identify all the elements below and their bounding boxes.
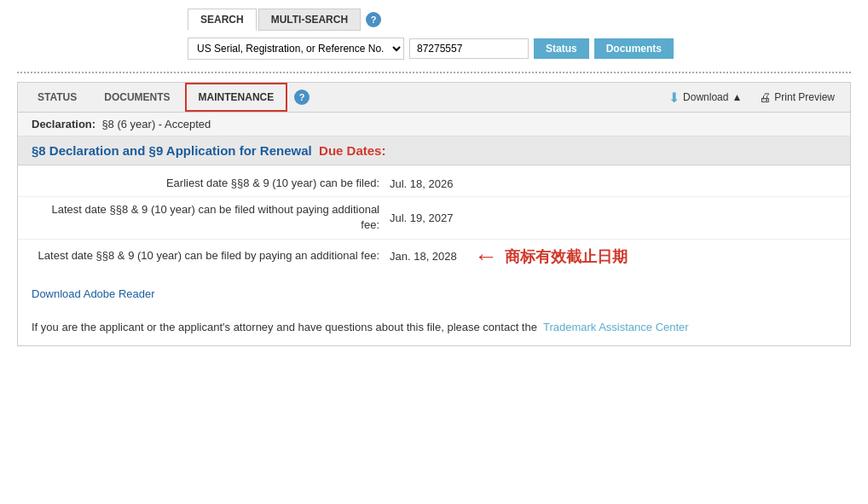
dates-row-2: Latest date §§8 & 9 (10 year) can be fil… <box>18 197 850 239</box>
red-arrow-icon: ← <box>474 245 498 269</box>
annotation-text: 商标有效截止日期 <box>505 246 628 267</box>
declaration-value: §8 (6 year) - Accepted <box>101 118 211 130</box>
separator <box>17 72 851 73</box>
dates-value-1: Jul. 18, 2026 <box>390 177 453 190</box>
dates-label-1: Earliest date §§8 & 9 (10 year) can be f… <box>32 176 390 191</box>
declaration-label: Declaration: <box>32 118 95 130</box>
dates-row-1: Earliest date §§8 & 9 (10 year) can be f… <box>18 171 850 197</box>
dates-label-3: Latest date §§8 & 9 (10 year) can be fil… <box>32 248 390 264</box>
status-button[interactable]: Status <box>534 38 589 59</box>
section-heading: §8 Declaration and §9 Application for Re… <box>18 136 850 165</box>
tab-bar: STATUS DOCUMENTS MAINTENANCE ? ⬇ Downloa… <box>18 83 850 113</box>
download-arrow-icon: ⬇ <box>668 90 680 106</box>
download-adobe-reader-link[interactable]: Download Adobe Reader <box>18 279 850 309</box>
contact-text: If you are the applicant or the applican… <box>18 309 850 346</box>
dates-value-3: Jan. 18, 2028 <box>390 250 457 263</box>
dates-label-2: Latest date §§8 & 9 (10 year) can be fil… <box>32 202 390 233</box>
contact-before-text: If you are the applicant or the applican… <box>32 321 537 333</box>
content-area: Declaration: §8 (6 year) - Accepted §8 D… <box>18 113 850 345</box>
tab-documents[interactable]: DOCUMENTS <box>91 84 182 111</box>
download-button[interactable]: ⬇ Download ▲ <box>660 85 750 110</box>
tab-multi-search[interactable]: MULTI-SEARCH <box>258 9 361 31</box>
dates-value-2: Jul. 19, 2027 <box>390 211 453 224</box>
dates-table: Earliest date §§8 & 9 (10 year) can be f… <box>18 165 850 279</box>
declaration-row: Declaration: §8 (6 year) - Accepted <box>18 113 850 136</box>
search-type-select[interactable]: US Serial, Registration, or Reference No… <box>188 38 404 60</box>
search-input[interactable] <box>409 38 529 59</box>
section-heading-red: Due Dates: <box>315 143 386 158</box>
section-heading-blue: §8 Declaration and §9 Application for Re… <box>32 143 312 158</box>
tab-maintenance[interactable]: MAINTENANCE <box>185 83 288 112</box>
dates-row-3: Latest date §§8 & 9 (10 year) can be fil… <box>18 240 850 274</box>
print-preview-label: Print Preview <box>774 91 835 103</box>
download-label: Download <box>683 91 728 103</box>
tab-status[interactable]: STATUS <box>25 84 90 111</box>
download-caret-icon: ▲ <box>732 91 742 103</box>
print-icon: 🖨 <box>759 90 771 104</box>
tab-search[interactable]: SEARCH <box>188 9 257 31</box>
print-preview-button[interactable]: 🖨 Print Preview <box>750 86 843 108</box>
documents-button[interactable]: Documents <box>594 38 674 59</box>
arrow-annotation: ← 商标有效截止日期 <box>474 245 628 269</box>
search-help-icon[interactable]: ? <box>366 12 381 27</box>
main-panel: STATUS DOCUMENTS MAINTENANCE ? ⬇ Downloa… <box>17 82 851 346</box>
tab-help-icon[interactable]: ? <box>294 90 310 105</box>
trademark-assistance-center-link[interactable]: Trademark Assistance Center <box>543 321 689 333</box>
